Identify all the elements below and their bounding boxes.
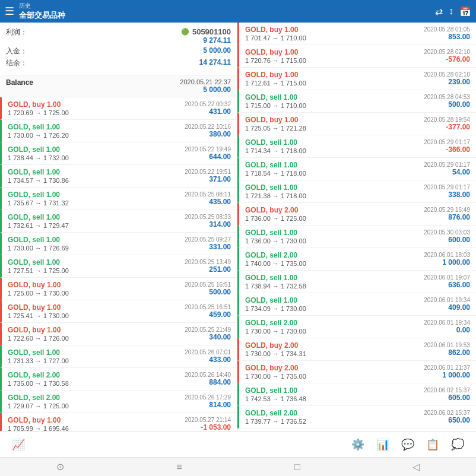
chat-icon[interactable]: 💭 — [451, 438, 464, 451]
deposit-value: 5 000.00 — [203, 46, 231, 56]
trade-profit: -366.00 — [424, 145, 470, 154]
trade-symbol: GOLD, buy 1.00 — [245, 48, 424, 56]
trade-left: GOLD, sell 1.00 1 727.51 → 1 725.00 — [8, 258, 185, 274]
trade-date: 2020.06.01 21:37 — [424, 364, 470, 371]
trade-symbol: GOLD, buy 2.00 — [245, 341, 424, 350]
trade-profit: 600.00 — [424, 236, 470, 244]
sort-icon[interactable]: ↕ — [449, 6, 453, 17]
right-trade-item: GOLD, sell 1.00 1 736.00 → 1 730.00 2020… — [237, 226, 476, 248]
chart-icon[interactable]: 📈 — [12, 438, 25, 451]
left-trade-item: GOLD, buy 1.00 1 705.99 → 1 695.46 2020.… — [0, 413, 237, 431]
trade-symbol: GOLD, sell 2.00 — [245, 251, 424, 259]
right-trade-item: GOLD, buy 1.00 1 725.05 → 1 721.28 2020.… — [237, 113, 476, 135]
trade-profit: 500.00 — [185, 288, 231, 296]
trade-symbol: GOLD, sell 1.00 — [245, 138, 424, 147]
exchange-icon[interactable]: ⇄ — [435, 6, 443, 17]
trade-symbol: GOLD, sell 2.00 — [245, 319, 424, 327]
trade-profit: 459.00 — [185, 310, 231, 319]
trade-left: GOLD, sell 1.00 1 742.53 → 1 736.48 — [245, 386, 424, 402]
trade-symbol: GOLD, sell 2.00 — [245, 409, 424, 417]
trade-prices: 1 739.77 → 1 736.52 — [245, 418, 424, 425]
trade-profit: 435.00 — [185, 198, 231, 206]
left-trade-item: GOLD, buy 1.00 1 720.69 → 1 725.00 2020.… — [0, 97, 237, 120]
right-trade-item: GOLD, buy 1.00 1 712.61 → 1 715.00 2020.… — [237, 68, 476, 90]
left-trade-item: GOLD, sell 2.00 1 735.00 → 1 730.58 2020… — [0, 368, 237, 391]
trade-symbol: GOLD, sell 1.00 — [245, 161, 424, 169]
left-trades-list: GOLD, buy 1.00 1 720.69 → 1 725.00 2020.… — [0, 97, 237, 431]
trade-prices: 1 732.61 → 1 729.47 — [8, 222, 185, 229]
header-subtitle: 全部交易品种 — [19, 10, 65, 21]
trade-date: 2020.05.29 01:17 — [424, 161, 470, 168]
trade-left: GOLD, sell 1.00 1 718.54 → 1 718.00 — [245, 161, 424, 177]
trade-prices: 1 738.94 → 1 732.58 — [245, 283, 424, 290]
trade-left: GOLD, sell 1.00 1 736.00 → 1 730.00 — [245, 229, 424, 245]
news-icon[interactable]: 📋 — [426, 438, 439, 451]
header-title: 历史 全部交易品种 — [19, 2, 65, 21]
analytics-icon[interactable]: 📊 — [376, 438, 389, 451]
trade-prices: 1 730.00 → 1 730.00 — [245, 328, 424, 335]
trade-left: GOLD, sell 1.00 1 738.44 → 1 732.00 — [8, 145, 185, 161]
menu-icon[interactable]: ☰ — [5, 5, 14, 18]
right-trade-item: GOLD, sell 1.00 1 734.09 → 1 730.00 2020… — [237, 293, 476, 316]
trade-left: GOLD, sell 1.00 1 715.00 → 1 710.00 — [245, 93, 424, 109]
trade-symbol: GOLD, buy 1.00 — [245, 71, 424, 79]
menu-lines-icon[interactable]: ≡ — [176, 462, 182, 472]
trade-right: 2020.06.01 19:53 862.00 — [424, 342, 470, 357]
trade-left: GOLD, buy 1.00 1 705.99 → 1 695.46 — [8, 416, 185, 431]
trade-date: 2020.05.25 08:33 — [185, 214, 231, 220]
right-trade-item: GOLD, buy 1.00 1 720.76 → 1 715.00 2020.… — [237, 45, 476, 68]
trade-left: GOLD, sell 1.00 1 734.09 → 1 730.00 — [245, 296, 424, 312]
trade-profit: 862.00 — [424, 348, 470, 357]
trade-left: GOLD, sell 2.00 1 740.00 → 1 735.00 — [245, 251, 424, 267]
trade-prices: 1 730.00 → 1 726.20 — [8, 132, 185, 139]
right-trade-item: GOLD, sell 1.00 1 738.94 → 1 732.58 2020… — [237, 271, 476, 293]
trade-prices: 1 722.60 → 1 726.00 — [8, 335, 185, 342]
trade-left: GOLD, buy 1.00 1 725.00 → 1 730.00 — [8, 281, 185, 297]
trade-date: 2020.05.28 04:53 — [424, 94, 470, 100]
trade-right: 2020.05.28 02:10 -576.00 — [424, 49, 470, 64]
right-trade-item: GOLD, sell 2.00 1 739.77 → 1 736.52 2020… — [237, 406, 476, 429]
trade-right: 2020.05.25 21:49 340.00 — [185, 326, 231, 341]
trade-date: 2020.05.26 17:29 — [185, 394, 231, 401]
circle-icon[interactable]: ⊙ — [56, 461, 64, 472]
balance-entry-date: 2020.05.21 22:37 — [180, 78, 231, 85]
trade-date: 2020.05.22 19:51 — [185, 169, 231, 175]
right-trade-item: GOLD, buy 1.00 1 701.47 → 1 710.00 2020.… — [237, 23, 476, 45]
trade-date: 2020.05.29 01:17 — [424, 139, 470, 145]
left-trade-item: GOLD, sell 1.00 1 734.57 → 1 730.86 2020… — [0, 165, 237, 188]
balance-value-summary: 14 274.11 — [199, 58, 231, 68]
trade-date: 2020.05.22 00:32 — [185, 101, 231, 107]
trade-profit: 853.00 — [424, 33, 470, 41]
trade-date: 2020.06.01 19:53 — [424, 342, 470, 348]
balance-entry-label: Balance — [6, 78, 33, 94]
square-icon[interactable]: □ — [294, 462, 300, 472]
right-trade-item: GOLD, sell 1.00 1 721.38 → 1 718.00 2020… — [237, 180, 476, 203]
trade-profit: -1 053.00 — [185, 423, 231, 431]
trade-left: GOLD, sell 2.00 1 730.00 → 1 730.00 — [245, 319, 424, 335]
balance-label-summary: 结余： — [6, 58, 27, 68]
trade-date: 2020.05.25 16:51 — [185, 304, 231, 310]
left-panel: 利润： 🟢 505901100 9 274.11 入金： 5 000.00 结余… — [0, 23, 237, 431]
calendar-icon[interactable]: 📅 — [459, 6, 471, 17]
trade-left: GOLD, buy 1.00 1 712.61 → 1 715.00 — [245, 71, 424, 87]
right-trade-item: GOLD, sell 1.00 1 714.34 → 1 718.00 2020… — [237, 135, 476, 158]
left-trade-item: GOLD, sell 1.00 1 730.00 → 1 726.20 2020… — [0, 120, 237, 142]
trade-symbol: GOLD, buy 1.00 — [245, 116, 424, 124]
back-icon[interactable]: ◁ — [412, 461, 420, 472]
trade-right: 2020.05.26 07:01 433.00 — [185, 349, 231, 364]
tools-icon[interactable]: ⚙️ — [351, 438, 364, 451]
right-trade-item: GOLD, sell 1.00 1 715.00 → 1 710.00 2020… — [237, 90, 476, 113]
trade-profit: 814.00 — [185, 401, 231, 409]
trade-profit: 331.00 — [185, 243, 231, 251]
trade-date: 2020.05.28 01:05 — [424, 26, 470, 33]
trade-symbol: GOLD, buy 2.00 — [245, 364, 424, 372]
trade-symbol: GOLD, sell 2.00 — [8, 394, 185, 402]
trade-right: 2020.05.26 17:29 814.00 — [185, 394, 231, 409]
message-icon[interactable]: 💬 — [401, 438, 414, 451]
trade-prices: 1 721.38 → 1 718.00 — [245, 192, 424, 199]
trade-left: GOLD, sell 1.00 1 731.33 → 1 727.00 — [8, 348, 185, 364]
wechat-icon: 🟢 — [181, 28, 189, 36]
trade-prices: 1 725.05 → 1 721.28 — [245, 125, 424, 132]
trade-prices: 1 735.67 → 1 731.32 — [8, 199, 185, 207]
trade-profit: 433.00 — [185, 356, 231, 364]
